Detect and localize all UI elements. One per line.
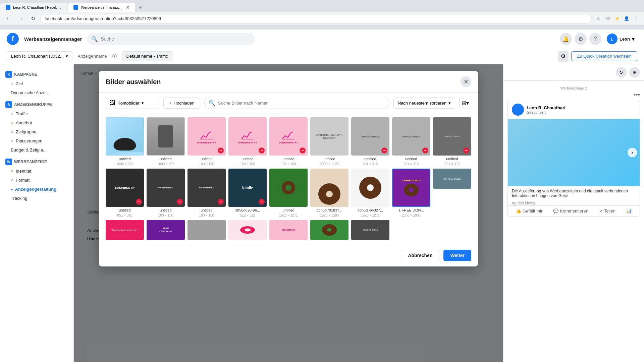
- image-item-24[interactable]: ABROAD BIBLE: [351, 220, 389, 240]
- image-thumb-21[interactable]: [228, 220, 267, 240]
- menu-icon[interactable]: ⋮: [632, 15, 640, 23]
- image-thumb-9[interactable]: BUSINESS XY −: [106, 169, 144, 207]
- search-bar[interactable]: 🔍: [87, 33, 255, 45]
- sidebar-item-traffic[interactable]: ✓ Traffic: [0, 109, 73, 118]
- address-bar[interactable]: facebook.com/adsmanager/creation?act=303…: [40, 14, 592, 23]
- image-item-2[interactable]: Unternehmen XY − untitled 100 × 100: [187, 117, 226, 166]
- image-thumb-7[interactable]: ABROAD BIBLE −: [392, 117, 430, 156]
- image-item-14[interactable]: donut-791837... 1920 × 1280: [310, 169, 348, 217]
- image-thumb-18[interactable]: "If you want to succeed...": [106, 220, 144, 240]
- image-thumb-1[interactable]: [147, 117, 185, 156]
- stats-button[interactable]: 📊: [626, 208, 632, 214]
- image-thumb-13[interactable]: [269, 169, 308, 207]
- image-thumb-5[interactable]: UNTERNEHMEN XY – SLOGAN!: [310, 117, 348, 156]
- sidebar-item-format[interactable]: ✓ Format: [0, 176, 73, 185]
- cancel-button[interactable]: Abbrechen: [401, 250, 439, 261]
- image-thumb-11[interactable]: ABROAD BIBLE −: [187, 169, 226, 207]
- subnav-gear-button[interactable]: ⚙: [558, 51, 569, 62]
- image-item-20[interactable]: [187, 220, 226, 240]
- image-thumb-6[interactable]: ABROAD BIBLE −: [351, 117, 389, 156]
- image-item-6[interactable]: ABROAD BIBLE − untitled 851 × 315: [351, 117, 389, 166]
- settings-icon[interactable]: ⚙: [575, 33, 587, 45]
- sidebar-item-identitat[interactable]: ✓ Identität: [0, 167, 73, 176]
- image-item-15[interactable]: donuts-64327... 1920 × 1271: [351, 169, 389, 217]
- search-input[interactable]: [101, 36, 251, 42]
- image-item-0[interactable]: untitled 1000 × 667: [106, 117, 144, 166]
- back-button[interactable]: ←: [4, 14, 13, 23]
- refresh-button[interactable]: ↻: [28, 14, 38, 23]
- sidebar-item-ziel[interactable]: ✓ Ziel: [0, 79, 73, 88]
- sidebar-item-budget[interactable]: Budget & Zeitpla...: [0, 145, 73, 155]
- image-thumb-20[interactable]: [187, 220, 226, 240]
- image-thumb-12[interactable]: kindle −: [228, 169, 267, 207]
- sidebar-item-zielgruppe[interactable]: ✓ Zielgruppe: [0, 127, 73, 136]
- image-item-21[interactable]: [228, 220, 267, 240]
- image-item-17[interactable]: ABROAD BIBLE: [433, 169, 471, 217]
- image-item-1[interactable]: untitled 1000 × 667: [147, 117, 185, 166]
- profile-icon[interactable]: 👤: [623, 15, 631, 23]
- image-thumb-23[interactable]: [310, 220, 348, 240]
- preview-settings-button[interactable]: ⊞: [629, 67, 640, 78]
- forward-button[interactable]: →: [16, 14, 25, 23]
- image-thumb-24[interactable]: ABROAD BIBLE: [351, 220, 389, 240]
- share-button[interactable]: ↗ Teilen: [599, 208, 615, 214]
- image-item-5[interactable]: UNTERNEHMEN XY – SLOGAN! untitled 2000 ×…: [310, 117, 348, 166]
- image-item-13[interactable]: untitled 1920 × 1271: [269, 169, 308, 217]
- like-button[interactable]: 👍 Gefällt mir: [516, 208, 542, 214]
- image-thumb-15[interactable]: [351, 169, 389, 207]
- sidebar-item-angebot[interactable]: ✓ Angebot: [0, 118, 73, 127]
- image-item-11[interactable]: ABROAD BIBLE − untitled 100 × 100: [187, 169, 226, 217]
- bookmark-icon[interactable]: ☆: [594, 15, 602, 23]
- delete-badge-3[interactable]: −: [259, 147, 265, 154]
- bell-icon[interactable]: 🔔: [560, 33, 572, 45]
- user-menu[interactable]: L Leon ▾: [604, 32, 637, 46]
- image-thumb-16[interactable]: 1 FREE DONUT: [392, 169, 430, 207]
- image-thumb-0[interactable]: [106, 117, 144, 156]
- image-thumb-19[interactable]: FREE COACHING: [147, 220, 185, 240]
- post-next-arrow[interactable]: ›: [628, 148, 637, 157]
- sort-selector[interactable]: Nach neuestem sortieren ▾: [393, 98, 455, 109]
- image-thumb-8[interactable]: ABROAD BIBLE −: [433, 117, 471, 156]
- preview-refresh-button[interactable]: ↻: [616, 67, 627, 78]
- image-item-12[interactable]: kindle − 3856d620-96... 512 × 512: [228, 169, 267, 217]
- image-thumb-10[interactable]: ABROAD BIBLE −: [147, 169, 185, 207]
- image-search-input[interactable]: [218, 101, 385, 106]
- sidebar-item-platzierungen[interactable]: ✓ Platzierungen: [0, 136, 73, 145]
- sidebar-item-tracking[interactable]: Tracking: [0, 194, 73, 203]
- filter-button[interactable]: ⊞ ▾: [459, 97, 471, 109]
- image-search-bar[interactable]: 🔍: [204, 97, 389, 109]
- tab-1[interactable]: Leon R. Chaudhari | Facebook: [0, 3, 67, 12]
- delete-badge-7[interactable]: −: [422, 147, 428, 154]
- image-item-10[interactable]: ABROAD BIBLE − untitled 100 × 100: [147, 169, 185, 217]
- account-selector[interactable]: Leon R. Chaudhari (3032... ▾: [7, 51, 72, 61]
- image-item-8[interactable]: ABROAD BIBLE − untitled 851 × 315: [433, 117, 471, 166]
- image-thumb-3[interactable]: Unternehmen XY −: [228, 117, 267, 156]
- image-item-9[interactable]: BUSINESS XY − untitled 851 × 315: [106, 169, 144, 217]
- delete-badge-8[interactable]: −: [463, 147, 469, 154]
- delete-badge-2[interactable]: −: [218, 147, 224, 154]
- sidebar-item-anzeigengestaltung[interactable]: ● Anzeigengestaltung: [0, 185, 73, 194]
- shield-icon[interactable]: 🛡: [604, 15, 612, 23]
- image-item-3[interactable]: Unternehmen XY − untitled 100 × 100: [228, 117, 267, 166]
- submit-button[interactable]: Weiter: [443, 250, 471, 261]
- delete-badge-4[interactable]: −: [300, 147, 306, 154]
- image-thumb-2[interactable]: Unternehmen XY −: [187, 117, 226, 156]
- image-item-19[interactable]: FREE COACHING: [147, 220, 185, 240]
- image-item-23[interactable]: [310, 220, 348, 240]
- tab-2-close[interactable]: ✕: [126, 5, 130, 10]
- more-options-icon[interactable]: •••: [634, 92, 640, 99]
- delete-badge-11[interactable]: −: [218, 199, 224, 205]
- quick-switch-button[interactable]: Zu Quick Creation wechseln: [571, 51, 637, 61]
- image-item-22[interactable]: Delicious: [269, 220, 308, 240]
- delete-badge-12[interactable]: −: [259, 199, 265, 205]
- image-item-16[interactable]: 1 FREE DONUT 1 FREE DON... 2000 × 2000: [392, 169, 430, 217]
- image-thumb-22[interactable]: Delicious: [269, 220, 308, 240]
- image-thumb-14[interactable]: [310, 169, 348, 207]
- upload-button[interactable]: + Hochladen: [163, 98, 200, 109]
- delete-badge-6[interactable]: −: [381, 147, 387, 154]
- image-item-18[interactable]: "If you want to succeed...": [106, 220, 144, 240]
- image-thumb-4[interactable]: Unternehmen XY −: [269, 117, 308, 156]
- comment-button[interactable]: 💬 Kommentieren: [553, 208, 588, 214]
- new-tab-button[interactable]: +: [136, 3, 145, 12]
- image-item-4[interactable]: Unternehmen XY − untitled 100 × 100: [269, 117, 308, 166]
